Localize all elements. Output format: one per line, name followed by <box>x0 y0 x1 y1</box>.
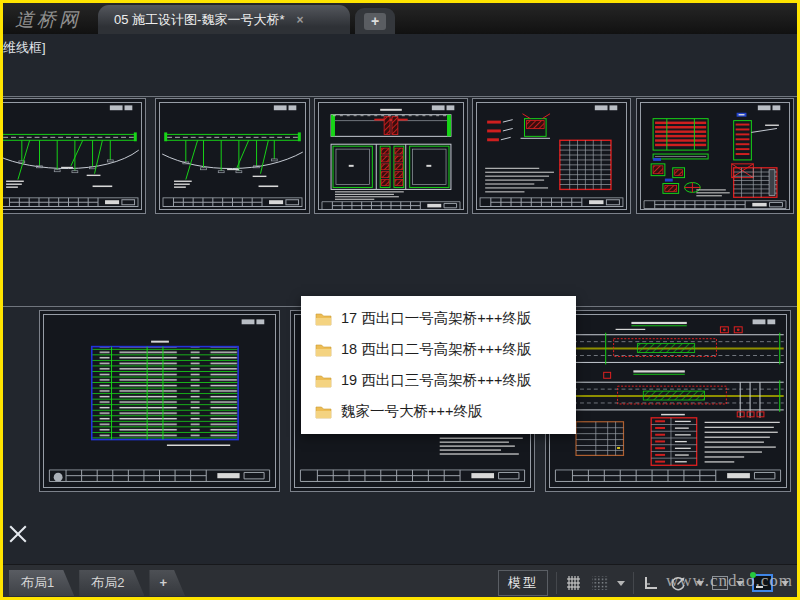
drawing-tab-title: 05 施工设计图-魏家一号大桥* <box>114 11 284 29</box>
folder-icon <box>315 374 332 388</box>
folder-icon <box>315 405 332 419</box>
status-bar: 布局1 布局2 + 模型 <box>3 564 797 600</box>
crosshair-cursor <box>7 523 29 545</box>
sheet-bridge-elevation-1[interactable] <box>0 98 146 214</box>
reference-file-popup: 17 西出口一号高架桥+++终版 18 西出口二号高架桥+++终版 19 西出口… <box>301 296 576 434</box>
folder-icon <box>315 343 332 357</box>
popup-item[interactable]: 19 西出口三号高架桥+++终版 <box>301 365 576 396</box>
bridge-elevation-drawing <box>0 99 145 213</box>
folder-icon <box>315 312 332 326</box>
tab-layout1[interactable]: 布局1 <box>9 570 74 596</box>
ortho-mode-icon[interactable] <box>642 574 660 592</box>
file-tab-bar: 道桥网 05 施工设计图-魏家一号大桥* × + <box>3 3 797 34</box>
isodraft-icon[interactable] <box>712 576 728 590</box>
sheet-bridge-elevation-2[interactable] <box>155 98 310 214</box>
popup-item-label: 19 西出口三号高架桥+++终版 <box>341 371 532 390</box>
popup-item[interactable]: 魏家一号大桥+++终版 <box>301 396 576 427</box>
viewport-control-label[interactable]: 维线框] <box>3 39 46 57</box>
separator <box>556 572 557 594</box>
chevron-down-icon[interactable] <box>617 581 625 586</box>
chevron-down-icon[interactable] <box>696 581 704 586</box>
popup-item[interactable]: 18 西出口二号高架桥+++终版 <box>301 334 576 365</box>
quantity-table-drawing <box>40 311 279 491</box>
polar-tracking-icon[interactable] <box>668 574 688 592</box>
sheet-traffic-plan[interactable] <box>545 310 791 492</box>
chevron-down-icon[interactable] <box>781 581 789 586</box>
drawing-tab[interactable]: 05 施工设计图-魏家一号大桥* × <box>98 5 350 34</box>
sheet-bearing-details[interactable] <box>472 98 631 214</box>
layout-frame-line <box>3 96 797 97</box>
sheet-rebar-details[interactable] <box>636 98 794 214</box>
pier-plan-drawing <box>315 99 467 213</box>
popup-item-label: 魏家一号大桥+++终版 <box>341 402 482 421</box>
plus-icon: + <box>364 13 386 30</box>
close-tab-icon[interactable]: × <box>296 13 303 27</box>
bearing-details-drawing <box>473 99 630 213</box>
annotation-scale-icon[interactable] <box>752 574 773 592</box>
site-watermark: 道桥网 <box>15 7 81 33</box>
application-window: 道桥网 05 施工设计图-魏家一号大桥* × + 维线框] <box>0 0 800 600</box>
rebar-details-drawing <box>637 99 793 213</box>
snap-mode-icon[interactable] <box>565 574 583 592</box>
model-space-button[interactable]: 模型 <box>498 570 548 596</box>
popup-item-label: 17 西出口一号高架桥+++终版 <box>341 309 532 328</box>
chevron-down-icon[interactable] <box>736 581 744 586</box>
sheet-pier-plan[interactable] <box>314 98 468 214</box>
traffic-plan-drawing <box>546 311 790 491</box>
new-drawing-tab-button[interactable]: + <box>355 8 395 34</box>
sheet-quantity-table[interactable] <box>39 310 280 492</box>
new-layout-button[interactable]: + <box>149 570 185 596</box>
bridge-elevation-drawing <box>156 99 309 213</box>
grid-display-icon[interactable] <box>591 575 609 591</box>
popup-item[interactable]: 17 西出口一号高架桥+++终版 <box>301 303 576 334</box>
status-toggle-group: 模型 <box>498 565 789 600</box>
separator <box>633 572 634 594</box>
tab-layout2[interactable]: 布局2 <box>79 570 144 596</box>
layout-tab-bar: 布局1 布局2 + <box>9 570 185 596</box>
popup-item-label: 18 西出口二号高架桥+++终版 <box>341 340 532 359</box>
